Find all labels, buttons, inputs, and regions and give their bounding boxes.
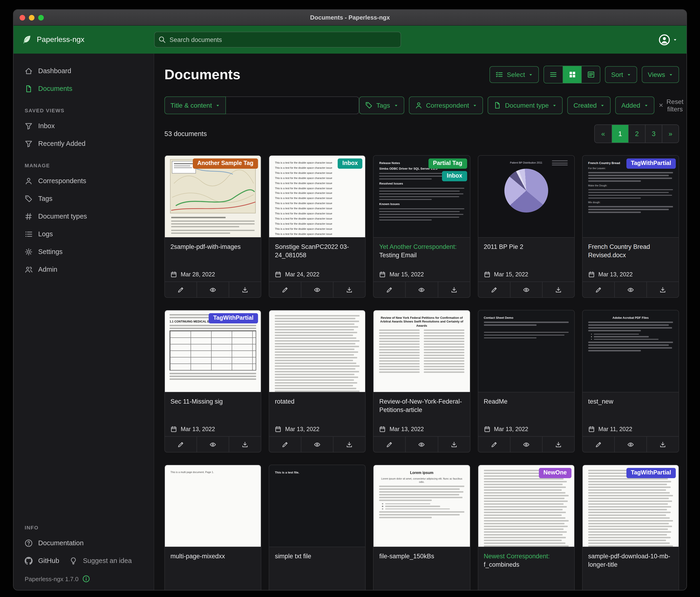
tag-badge[interactable]: Inbox (442, 171, 467, 181)
document-thumbnail[interactable]: Review of New York Federal Petitions for… (374, 310, 470, 392)
preview-document-button[interactable] (510, 437, 542, 452)
download-document-button[interactable] (229, 437, 261, 452)
document-thumbnail[interactable]: TagWithPartial 1.1 CONTINUING MEDICAL ED… (165, 310, 261, 392)
sidebar-item-suggest-an-idea[interactable]: Suggest an idea (65, 552, 138, 570)
document-thumbnail[interactable]: NewOne (478, 465, 574, 547)
document-title[interactable]: Sonstige ScanPC2022 03-24_081058 (275, 243, 359, 260)
document-card[interactable]: Adobe Acrobat PDF Files test_new Mar 11,… (582, 310, 679, 453)
preview-document-button[interactable] (614, 437, 646, 452)
document-title[interactable]: Yet Another Correspondent: Testing Email (379, 243, 464, 260)
document-card[interactable]: TagWithPartial 1.1 CONTINUING MEDICAL ED… (165, 310, 261, 453)
preview-document-button[interactable] (405, 282, 438, 297)
zoom-window-button[interactable] (38, 15, 44, 20)
tag-badge[interactable]: Inbox (338, 159, 362, 169)
minimize-window-button[interactable] (29, 15, 34, 20)
created-filter-button[interactable]: Created (568, 96, 611, 114)
document-card[interactable]: NewOne Newest Correspondent: f_combineds (478, 464, 574, 590)
document-card[interactable]: TagWithPartial sample-pdf-download-10-mb… (582, 464, 679, 590)
document-card[interactable]: Another Sample Tag 2sample-pdf-with-imag… (165, 155, 261, 298)
added-filter-button[interactable]: Added (615, 96, 654, 114)
download-document-button[interactable] (333, 282, 365, 297)
document-title[interactable]: 2sample-pdf-with-images (171, 243, 255, 251)
document-thumbnail[interactable]: Another Sample Tag (165, 156, 261, 238)
document-card[interactable]: Contact Sheet Demo ReadMe Mar 13, 2022 (478, 310, 574, 453)
edit-document-button[interactable] (269, 282, 301, 297)
tag-badge[interactable]: Another Sample Tag (193, 159, 258, 169)
download-document-button[interactable] (438, 282, 470, 297)
edit-document-button[interactable] (374, 437, 405, 452)
document-card[interactable]: Review of New York Federal Petitions for… (373, 310, 470, 453)
document-card[interactable]: Patient BP Distribution 2011 2011 BP Pie… (478, 155, 574, 298)
document-title[interactable]: French Country Bread Revised.docx (588, 243, 673, 260)
preview-document-button[interactable] (614, 282, 646, 297)
document-thumbnail[interactable]: This is a test file. (269, 465, 365, 547)
select-button[interactable]: Select (490, 66, 539, 83)
edit-document-button[interactable] (583, 282, 614, 297)
download-document-button[interactable] (438, 437, 470, 452)
document-thumbnail[interactable]: TagWithPartial (583, 465, 679, 547)
edit-document-button[interactable] (269, 437, 301, 452)
document-thumbnail[interactable]: TagWithPartial French Country BreadFor t… (583, 156, 679, 238)
sidebar-item-dashboard[interactable]: Dashboard (14, 62, 154, 80)
sidebar-item-document-types[interactable]: Document types (14, 207, 154, 225)
document-card[interactable]: Inbox This is a test for the double spac… (269, 155, 366, 298)
page-1-button[interactable]: 1 (611, 125, 628, 143)
document-type-filter-button[interactable]: Document type (488, 96, 562, 114)
correspondent-filter-button[interactable]: Correspondent (409, 96, 483, 114)
close-window-button[interactable] (20, 15, 25, 20)
edit-document-button[interactable] (478, 437, 510, 452)
download-document-button[interactable] (646, 437, 679, 452)
preview-document-button[interactable] (197, 282, 229, 297)
document-thumbnail[interactable]: Adobe Acrobat PDF Files (583, 310, 679, 392)
views-button[interactable]: Views (642, 66, 679, 83)
document-card[interactable]: This is a multi page document. Page 1. m… (165, 464, 261, 590)
list-view-button[interactable] (544, 66, 562, 83)
sidebar-item-inbox[interactable]: Inbox (14, 117, 154, 135)
document-thumbnail[interactable]: Lorem ipsumLorem ipsum dolor sit amet, c… (374, 465, 470, 547)
document-card[interactable]: Partial TagInbox Release NotesSimba ODBC… (373, 155, 470, 298)
document-correspondent[interactable]: Newest Correspondent: (484, 553, 550, 560)
document-card[interactable]: Lorem ipsumLorem ipsum dolor sit amet, c… (373, 464, 470, 590)
document-title[interactable]: multi-page-mixedxx (171, 552, 255, 560)
tag-badge[interactable]: Partial Tag (428, 159, 467, 169)
edit-document-button[interactable] (583, 437, 614, 452)
preview-document-button[interactable] (510, 282, 542, 297)
tag-badge[interactable]: NewOne (539, 468, 572, 478)
tags-filter-button[interactable]: Tags (359, 96, 404, 114)
page-2-button[interactable]: 2 (628, 125, 645, 143)
download-document-button[interactable] (646, 282, 679, 297)
sort-button[interactable]: Sort (605, 66, 637, 83)
document-title[interactable]: rotated (275, 398, 359, 406)
detail-view-button[interactable] (581, 66, 600, 83)
info-icon[interactable] (82, 575, 90, 582)
document-card[interactable]: This is a test file. simple txt file (269, 464, 366, 590)
document-thumbnail[interactable]: Patient BP Distribution 2011 (478, 156, 574, 238)
download-document-button[interactable] (542, 282, 574, 297)
edit-document-button[interactable] (165, 282, 197, 297)
document-title[interactable]: Newest Correspondent: f_combineds (484, 552, 569, 569)
document-title[interactable]: simple txt file (275, 552, 359, 560)
sidebar-item-settings[interactable]: Settings (14, 243, 154, 261)
preview-document-button[interactable] (197, 437, 229, 452)
sidebar-item-recently-added[interactable]: Recently Added (14, 135, 154, 152)
tag-badge[interactable]: TagWithPartial (626, 159, 676, 169)
document-title[interactable]: 2011 BP Pie 2 (484, 243, 569, 251)
preview-document-button[interactable] (405, 437, 438, 452)
download-document-button[interactable] (542, 437, 574, 452)
sidebar-item-admin[interactable]: Admin (14, 261, 154, 278)
document-title[interactable]: test_new (588, 398, 673, 406)
grid-view-button[interactable] (562, 66, 581, 83)
prev-page-button[interactable]: « (595, 125, 611, 143)
title-content-filter-button[interactable]: Title & content (165, 96, 226, 114)
document-title[interactable]: Review-of-New-York-Federal-Petitions-art… (379, 398, 464, 414)
reset-filters-button[interactable]: ×Reset filters (659, 98, 683, 113)
document-card[interactable]: rotated Mar 13, 2022 (269, 310, 366, 453)
document-thumbnail[interactable]: Partial TagInbox Release NotesSimba ODBC… (374, 156, 470, 238)
user-menu[interactable] (658, 34, 677, 45)
page-3-button[interactable]: 3 (645, 125, 662, 143)
tag-badge[interactable]: TagWithPartial (208, 313, 258, 324)
document-thumbnail[interactable]: Contact Sheet Demo (478, 310, 574, 392)
tag-badge[interactable]: TagWithPartial (626, 468, 676, 478)
preview-document-button[interactable] (301, 437, 333, 452)
document-thumbnail[interactable] (269, 310, 365, 392)
